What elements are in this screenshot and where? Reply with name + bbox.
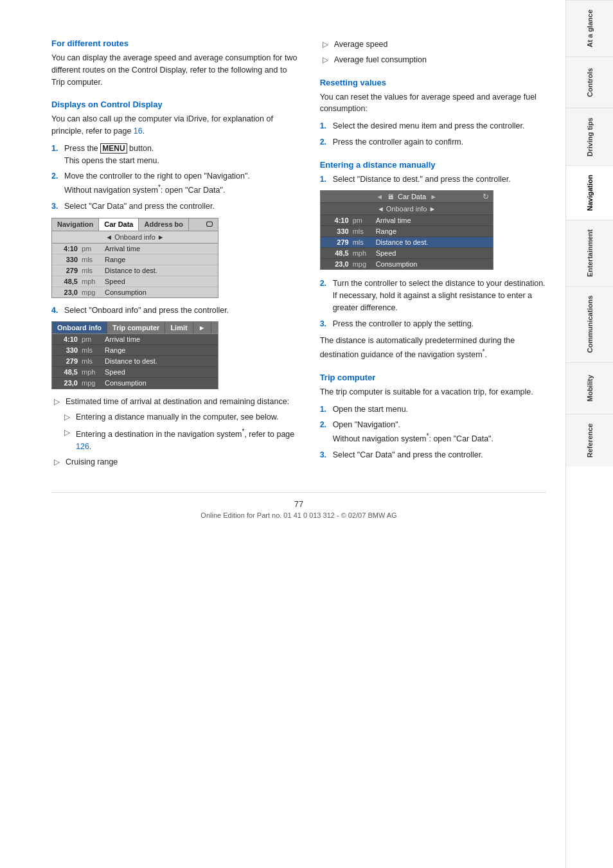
sidebar-tab-mobility[interactable]: Mobility [566, 362, 613, 414]
step-trip-num-3: 3. [320, 449, 329, 461]
nav-tabs-1: Navigation Car Data Address bo 🖵 [52, 218, 218, 231]
car-data-subheader: ◄ Onboard info ► [321, 203, 493, 215]
steps-resetting: 1. Select the desired menu item and pres… [320, 120, 546, 148]
car-data-title: Car Data [398, 193, 426, 200]
section-heading-displays: Displays on Control Display [51, 100, 301, 109]
footer-text: Online Edition for Part no. 01 41 0 013 … [51, 511, 546, 519]
steps-list-1: 1. Press the MENU button. This opens the… [51, 143, 301, 213]
step-trip-1: 1. Open the start menu. [320, 403, 546, 416]
car-data-row-speed: 48,5 mph Speed [321, 248, 493, 259]
sidebar-tab-driving-tips[interactable]: Driving tips [566, 108, 613, 166]
bullet-sub-entering-distance: ▷ Entering a distance manually in the co… [51, 411, 301, 423]
left-column: For different routes You can display the… [51, 39, 301, 473]
avg-fuel-label: Average fuel consumption [334, 54, 427, 66]
right-column: ▷ Average speed ▷ Average fuel consumpti… [320, 39, 546, 473]
nav-tab-tripcomputer[interactable]: Trip computer [107, 322, 165, 333]
nav-row-speed-2: 48,5 mph Speed [52, 367, 218, 378]
bullet-list-top-right: ▷ Average speed ▷ Average fuel consumpti… [320, 39, 546, 66]
car-data-header: ◄ 🖥 Car Data ► ↻ [321, 191, 493, 203]
step-reset-2: 2. Press the controller again to confirm… [320, 136, 546, 148]
step-reset-num-2: 2. [320, 136, 329, 148]
nav-row-range-2: 330 mls Range [52, 345, 218, 356]
page-footer: 77 Online Edition for Part no. 01 41 0 0… [51, 492, 546, 519]
step-reset-2-text: Press the controller again to confirm. [333, 136, 546, 148]
nav-row-range-1: 330 mls Range [52, 254, 218, 265]
bullet-estimated: ▷ Estimated time of arrival at destinati… [51, 396, 301, 408]
step-1-sub: This opens the start menu. [64, 156, 159, 165]
step-enter-num-2: 2. [320, 278, 329, 314]
sidebar-tabs: At a glance Controls Driving tips Naviga… [565, 0, 613, 868]
refresh-icon: ↻ [483, 192, 489, 201]
step-trip-num-2: 2. [320, 419, 329, 445]
section-heading-resetting: Resetting values [320, 78, 546, 87]
step-trip-2: 2. Open "Navigation".Without navigation … [320, 419, 546, 445]
steps-trip: 1. Open the start menu. 2. Open "Navigat… [320, 403, 546, 461]
sidebar-tab-controls[interactable]: Controls [566, 57, 613, 108]
step-enter-3: 3. Press the controller to apply the set… [320, 318, 546, 330]
arrow-icon-3: ▷ [64, 427, 72, 453]
step-reset-num-1: 1. [320, 120, 329, 132]
car-data-row-consumption: 23,0 mpg Consumption [321, 259, 493, 269]
nav-screenshot-1: Navigation Car Data Address bo 🖵 ◄ Onboa… [51, 218, 218, 298]
trip-body: The trip computer is suitable for a vaca… [320, 386, 546, 398]
sidebar-tab-entertainment[interactable]: Entertainment [566, 220, 613, 286]
step-3: 3. Select "Car Data" and press the contr… [51, 200, 301, 213]
nav-subheader-1: ◄ Onboard info ► [52, 231, 218, 244]
nav-tab-cardata[interactable]: Car Data [99, 218, 139, 231]
step-2: 2. Move the controller to the right to o… [51, 170, 301, 197]
step-trip-1-text: Open the start menu. [333, 403, 546, 416]
different-routes-body: You can display the average speed and av… [51, 52, 301, 88]
sidebar-tab-at-a-glance[interactable]: At a glance [566, 0, 613, 57]
nav-rows-2: 4:10 pm Arrival time 330 mls Range 279 m… [52, 334, 218, 389]
page-link-126[interactable]: 126 [76, 442, 89, 451]
car-data-rows: 4:10 pm Arrival time 330 mls Range 279 m… [321, 215, 493, 269]
nav-row-consumption-2: 23,0 mpg Consumption [52, 378, 218, 389]
sidebar-tab-navigation[interactable]: Navigation [566, 165, 613, 220]
sidebar-tab-reference[interactable]: Reference [566, 414, 613, 466]
step-enter-3-text: Press the controller to apply the settin… [333, 318, 546, 330]
step-trip-num-1: 1. [320, 403, 329, 416]
steps-entering-after: 2. Turn the controller to select the dis… [320, 278, 546, 330]
bullet-avg-fuel: ▷ Average fuel consumption [320, 54, 546, 66]
nav-tab-onboardinfo[interactable]: Onboard info [52, 322, 107, 333]
left-arrow-icon: ◄ [376, 193, 383, 200]
step-reset-1: 1. Select the desired menu item and pres… [320, 120, 546, 132]
steps-entering-before: 1. Select "Distance to dest." and press … [320, 173, 546, 186]
step-trip-3-text: Select "Car Data" and press the controll… [333, 449, 546, 461]
section-heading-trip: Trip computer [320, 373, 546, 382]
steps-list-2: 4. Select "Onboard info" and press the c… [51, 305, 301, 317]
nav-tab-more[interactable]: 🖵 [200, 218, 218, 231]
right-arrow-icon: ► [430, 193, 437, 200]
arrow-icon-1: ▷ [54, 396, 62, 408]
step-enter-1-text: Select "Distance to dest." and press the… [333, 173, 546, 186]
menu-button-label: MENU [100, 143, 127, 154]
bullet-avg-speed: ▷ Average speed [320, 39, 546, 51]
bullet-list-1: ▷ Estimated time of arrival at destinati… [51, 396, 301, 468]
avg-speed-label: Average speed [334, 39, 388, 51]
arrow-icon-5: ▷ [323, 39, 330, 51]
step-num-4: 4. [51, 305, 60, 317]
page-link-16[interactable]: 16 [134, 127, 143, 136]
sidebar-tab-communications[interactable]: Communications [566, 286, 613, 362]
section-heading-different-routes: For different routes [51, 39, 301, 48]
bullet-cruising: ▷ Cruising range [51, 456, 301, 468]
step-enter-num-1: 1. [320, 173, 329, 186]
nav-screenshot-2: Onboard info Trip computer Limit ► 4:10 … [51, 321, 218, 389]
step-num-2: 2. [51, 170, 60, 197]
nav-rows-1: 4:10 pm Arrival time 330 mls Range 279 m… [52, 244, 218, 297]
car-data-icon: 🖥 [387, 193, 394, 200]
nav-tab-addressbo[interactable]: Address bo [139, 218, 189, 231]
nav-row-distance-1: 279 mls Distance to dest. [52, 265, 218, 276]
step-trip-3: 3. Select "Car Data" and press the contr… [320, 449, 546, 461]
nav-tab-navigation[interactable]: Navigation [52, 218, 99, 231]
nav-tab-limit[interactable]: Limit [165, 322, 193, 333]
step-num-3: 3. [51, 200, 60, 213]
nav-row-distance-2: 279 mls Distance to dest. [52, 356, 218, 367]
nav-row-speed-1: 48,5 mph Speed [52, 276, 218, 287]
bullet-sub-entering-destination: ▷ Entering a destination in the navigati… [51, 427, 301, 453]
car-data-row-distance: 279 mls Distance to dest. [321, 237, 493, 248]
displays-body: You can also call up the computer via iD… [51, 113, 301, 137]
nav-tab-more2[interactable]: ► [193, 322, 211, 333]
car-data-screenshot: ◄ 🖥 Car Data ► ↻ ◄ Onboard info ► 4:10 p… [320, 190, 493, 270]
car-data-row-range: 330 mls Range [321, 226, 493, 237]
